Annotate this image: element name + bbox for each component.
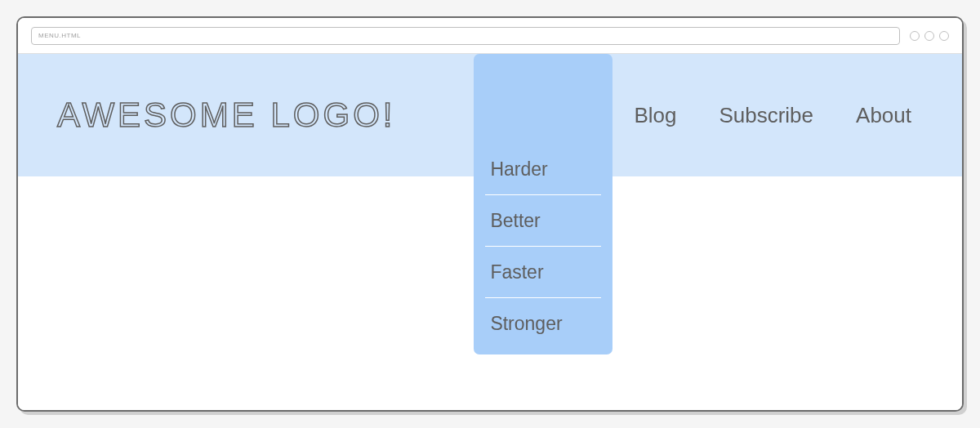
nav-item-subscribe[interactable]: Subscribe	[697, 54, 835, 176]
address-bar[interactable]: MENU.HTML	[31, 27, 900, 45]
close-icon[interactable]	[939, 31, 949, 41]
primary-nav: Harder Better Faster Stronger Blog Subsc…	[474, 54, 933, 176]
browser-window: MENU.HTML Awesome Logo! Harder Better Fa…	[16, 16, 964, 412]
dropdown-item-stronger[interactable]: Stronger	[474, 298, 612, 350]
minimize-icon[interactable]	[910, 31, 920, 41]
nav-item-blog[interactable]: Blog	[612, 54, 697, 176]
dropdown-item-better[interactable]: Better	[474, 195, 612, 247]
nav-item-about[interactable]: About	[835, 54, 933, 176]
dropdown-item-faster[interactable]: Faster	[474, 247, 612, 298]
logo: Awesome Logo!	[57, 96, 396, 135]
page-content: Awesome Logo! Harder Better Faster Stron…	[18, 54, 962, 410]
address-text: MENU.HTML	[38, 32, 81, 39]
dropdown-menu: Harder Better Faster Stronger	[474, 54, 612, 354]
browser-chrome: MENU.HTML	[18, 18, 962, 54]
maximize-icon[interactable]	[924, 31, 934, 41]
nav-dropdown-container: Harder Better Faster Stronger	[474, 54, 612, 176]
window-controls	[910, 31, 949, 41]
dropdown-item-harder[interactable]: Harder	[474, 144, 612, 195]
